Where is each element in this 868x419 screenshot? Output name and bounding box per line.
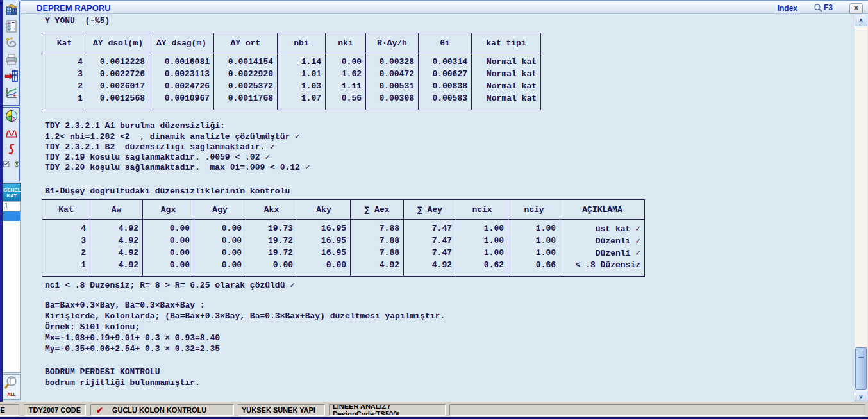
table-cell: üst kat ✓ <box>560 220 645 235</box>
table-cell: 0.0011768 <box>214 92 278 110</box>
note-line: TDY 2.19 kosulu sağlanmaktadır. .0059 < … <box>45 152 310 162</box>
note-line: Mx=-1.08+0.19+9.01+ 0.3 × 0.93=8.40 <box>45 333 445 344</box>
note-line: BODRUM PERDESİ KONTROLU <box>45 367 200 378</box>
note-line: TDY 2.3.2.1 A1 burulma düzensizliği: <box>45 121 310 131</box>
kat-list-item-selected[interactable] <box>3 211 20 221</box>
table-cell: 0.00531 <box>366 80 419 92</box>
table-cell: 0.00 <box>297 259 351 277</box>
table-cell: Normal kat <box>472 68 541 80</box>
table-cell: < .8 Düzensiz <box>560 259 645 277</box>
table-cell: 19.72 <box>246 234 297 247</box>
table-cell: 0.0023113 <box>149 68 214 80</box>
column-header: ncix <box>456 200 508 220</box>
table-cell: 1.00 <box>456 234 508 247</box>
printer-icon[interactable] <box>3 51 19 68</box>
table-cell: 0.00838 <box>419 80 472 92</box>
table-cell: 0.0010967 <box>149 92 214 110</box>
section1-title: Y YONU (-%5) <box>45 16 110 26</box>
table-cell: 1.01 <box>278 68 326 80</box>
lasso-stars-icon[interactable] <box>3 35 19 51</box>
vertical-scrollbar[interactable]: ∧ ∨ <box>855 15 867 402</box>
column-header: ΔY dsol(m) <box>87 33 149 53</box>
table-cell: Normal kat <box>472 80 541 92</box>
table-export-icon[interactable] <box>3 68 19 85</box>
genel-kat-label-line2: KAT <box>3 193 20 199</box>
line-chart-icon[interactable] <box>3 85 19 101</box>
zoom-all-icon[interactable]: ALL <box>3 374 21 400</box>
column-header: Akx <box>246 200 297 220</box>
table-cell: 1 <box>42 259 90 277</box>
column-header: θi <box>419 33 472 53</box>
column-header: Agx <box>143 200 194 220</box>
table-cell: 4 <box>42 220 90 235</box>
column-header: Agy <box>194 200 246 220</box>
note-line: 1.2< nbi=1.282 <2 , dinamik analizle çöz… <box>45 131 310 142</box>
table-row: 14.920.000.000.000.004.924.920.620.66< .… <box>42 259 645 277</box>
table-cell: 4.92 <box>351 259 404 277</box>
search-f3-control[interactable]: F3 <box>814 3 833 12</box>
table-cell: Normal kat <box>472 53 541 69</box>
table-cell: 0.00627 <box>419 68 472 80</box>
genel-kat-label-line1: GENEL <box>3 187 20 193</box>
column-header: nki <box>326 33 366 53</box>
checkbox-registered-icon[interactable]: ® <box>3 158 19 170</box>
index-link[interactable]: Index <box>778 4 797 13</box>
status-analiz-panel: LINEER ANALIZ / DesignCode:TS500t <box>329 404 446 416</box>
table-row: 44.920.000.0019.7316.957.887.471.001.00ü… <box>42 220 645 235</box>
table-cell: 1 <box>42 92 87 110</box>
status-text: CODE <box>0 406 5 414</box>
table-cell: 7.88 <box>351 220 404 235</box>
table-cell: 19.72 <box>246 247 297 259</box>
table-cell: 0.56 <box>326 92 366 110</box>
report-checklist-icon[interactable] <box>3 18 19 35</box>
scroll-up-icon[interactable]: ∧ <box>855 15 867 26</box>
registered-glyph: ® <box>15 161 19 168</box>
table-cell: 7.88 <box>351 234 404 247</box>
table-cell: 0.0026017 <box>87 80 149 92</box>
table-cell: 1.07 <box>278 92 326 110</box>
table-cell: 0.0025372 <box>214 80 278 92</box>
column-header: nciy <box>508 200 560 220</box>
table-cell: 0.00 <box>194 247 246 259</box>
left-toolbar: ® GENEL KAT 1 ALL <box>3 0 21 402</box>
table-cell: 4.92 <box>404 259 456 277</box>
nci-note: nci < .8 Duzensiz; R= 8 > R= 6.25 olarak… <box>45 280 295 290</box>
table-cell: 4.92 <box>90 234 143 247</box>
table-cell: 0.0012228 <box>87 53 149 69</box>
column-header: ΔY ort <box>214 33 278 53</box>
status-text: TDY2007 CODE <box>29 406 81 414</box>
close-icon[interactable]: ✕ <box>849 3 863 14</box>
table-row: 20.00260170.00247260.00253721.031.110.00… <box>42 80 541 92</box>
shear-diagram-icon[interactable] <box>3 141 19 158</box>
f3-label: F3 <box>824 3 833 12</box>
note-line: nci < .8 Duzensiz; R= 8 > R= 6.25 olarak… <box>45 280 295 290</box>
column-header: kat tipi <box>472 33 541 53</box>
column-header: R·Δy/h <box>366 33 419 53</box>
table-cell: 7.47 <box>404 234 456 247</box>
table-cell: 0.0022726 <box>87 68 149 80</box>
table-cell: 4.92 <box>90 259 143 277</box>
table-cell: 1.00 <box>508 234 560 247</box>
scroll-down-icon[interactable]: ∨ <box>855 391 867 402</box>
note-line: Kirişlerde, Kolonlarda; (Ba=Bax+0.3×Bay,… <box>45 311 445 322</box>
pie-chart-icon[interactable] <box>3 108 19 124</box>
scrollbar-thumb[interactable] <box>855 347 867 390</box>
table-cell: 1.62 <box>326 68 366 80</box>
table-cell: 0.0022920 <box>214 68 278 80</box>
table-cell: 0.00 <box>143 247 194 259</box>
note-line: Ba=Bax+0.3×Bay, Ba=0.3×Bax+Bay : <box>45 300 445 311</box>
note-line: bodrum rijitliği bulunmamıştır. <box>45 378 200 389</box>
table-cell: 3 <box>42 234 90 247</box>
table-cell: 1.00 <box>508 247 560 259</box>
table-cell: 19.73 <box>246 220 297 235</box>
genel-kat-panel-header[interactable]: GENEL KAT <box>3 183 21 201</box>
table-cell: 0.00 <box>326 53 366 69</box>
table-cell: 2 <box>42 80 87 92</box>
table-cell: 4 <box>42 53 87 69</box>
building-icon[interactable] <box>3 1 19 18</box>
kat-list-item[interactable]: 1 <box>3 202 20 211</box>
note-line: Örnek: S101 kolonu; <box>45 322 445 333</box>
moment-diagram-icon[interactable] <box>3 124 19 141</box>
status-text: YUKSEK SUNEK YAPI <box>242 406 315 414</box>
irregularity-notes: TDY 2.3.2.1 A1 burulma düzensizliği: 1.2… <box>45 121 310 172</box>
